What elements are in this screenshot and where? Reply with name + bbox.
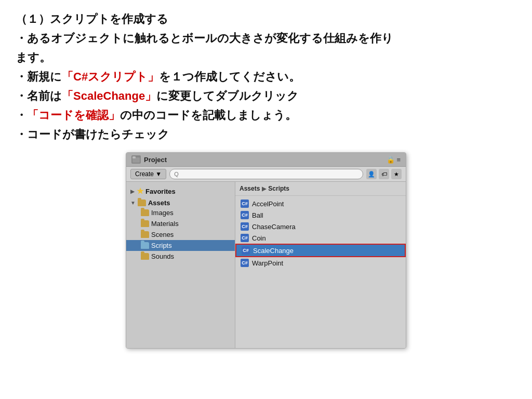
window-title: Project [144, 156, 383, 164]
cs-icon-ball: C# [241, 211, 249, 219]
line-5: ・「コードを確認」の中のコードを記載しましょう。 [16, 107, 516, 124]
line-2b: ます。 [16, 49, 516, 66]
line-1: （１）スクリプトを作成する [16, 10, 516, 28]
script-item-ball[interactable]: C# Ball [235, 209, 406, 221]
line-2: ・あるオブジェクトに触れるとボールの大きさが変化する仕組みを作り [16, 30, 516, 47]
favorites-label: Favorites [145, 188, 176, 195]
script-item-scalechange[interactable]: C# ScaleChange [235, 244, 406, 257]
script-name-accelpoint: AccelPoint [252, 200, 284, 208]
breadcrumb: Assets ▶ Scripts [235, 184, 406, 196]
project-icon [131, 155, 141, 164]
cs-icon-scalechange: C# [242, 246, 250, 255]
sidebar-item-materials[interactable]: Materials [126, 218, 235, 229]
script-name-warppoint: WarpPoint [252, 259, 283, 267]
cs-icon-accelpoint: C# [241, 200, 249, 208]
right-panel: Assets ▶ Scripts C# AccelPoint C# Ball C… [235, 182, 406, 348]
script-name-coin: Coin [252, 234, 266, 242]
left-panel: ▶ ★ Favorites ▼ Assets Images [126, 182, 235, 348]
assets-label: Assets [148, 199, 170, 207]
search-input[interactable] [169, 169, 363, 179]
star-icon: ★ [137, 187, 143, 196]
title-bar: Project 🔒 ≡ [126, 153, 406, 167]
toolbar-icons: 👤 🏷 ★ [366, 169, 402, 179]
breadcrumb-assets: Assets [240, 185, 260, 192]
script-name-chasecamera: ChaseCamera [252, 223, 296, 231]
sounds-folder-icon [141, 253, 149, 260]
assets-folder-icon [138, 200, 146, 206]
scripts-folder-icon [141, 242, 149, 249]
lock-icon[interactable]: 🔒 ≡ [387, 156, 401, 164]
page: （１）スクリプトを作成する ・あるオブジェクトに触れるとボールの大きさが変化する… [0, 0, 532, 399]
sidebar-item-images[interactable]: Images [126, 207, 235, 218]
scenes-label: Scenes [151, 231, 174, 238]
script-item-warppoint[interactable]: C# WarpPoint [235, 257, 406, 269]
star-toolbar-icon[interactable]: ★ [391, 169, 402, 179]
images-folder-icon [141, 209, 149, 216]
images-label: Images [151, 209, 174, 217]
script-name-ball: Ball [252, 211, 263, 219]
sidebar-item-sounds[interactable]: Sounds [126, 251, 235, 262]
line-4: ・名前は「ScaleChange」に変更してダブルクリック [16, 87, 516, 104]
breadcrumb-scripts: Scripts [268, 185, 289, 192]
cs-icon-coin: C# [241, 234, 249, 242]
sidebar-item-scripts[interactable]: Scripts [126, 240, 235, 251]
script-item-accelpoint[interactable]: C# AccelPoint [235, 198, 406, 209]
scenes-folder-icon [141, 231, 149, 238]
line-6: ・コードが書けたらチェック [16, 126, 516, 143]
cs-icon-warppoint: C# [241, 259, 249, 267]
favorites-row[interactable]: ▶ ★ Favorites [126, 185, 235, 197]
create-button[interactable]: Create ▼ [130, 169, 166, 179]
materials-label: Materials [151, 220, 179, 228]
script-name-scalechange: ScaleChange [253, 247, 294, 255]
svg-rect-1 [132, 156, 136, 158]
sidebar-item-scenes[interactable]: Scenes [126, 229, 235, 240]
line-3: ・新規に「C#スクリプト」を１つ作成してください。 [16, 68, 516, 85]
assets-arrow: ▼ [130, 200, 136, 206]
sounds-label: Sounds [151, 252, 174, 260]
script-item-chasecamera[interactable]: C# ChaseCamera [235, 221, 406, 232]
assets-header[interactable]: ▼ Assets [126, 197, 235, 207]
scripts-label: Scripts [151, 242, 172, 249]
cs-icon-chasecamera: C# [241, 222, 249, 231]
toolbar: Create ▼ 👤 🏷 ★ [126, 167, 406, 182]
favorites-arrow: ▶ [130, 189, 135, 194]
materials-folder-icon [141, 220, 149, 227]
unity-project-window: Project 🔒 ≡ Create ▼ 👤 🏷 ★ ▶ ★ Favorites [126, 152, 406, 349]
person-icon[interactable]: 👤 [366, 169, 377, 179]
breadcrumb-arrow: ▶ [262, 185, 266, 192]
tag-icon[interactable]: 🏷 [379, 169, 389, 179]
script-item-coin[interactable]: C# Coin [235, 232, 406, 244]
content-area: ▶ ★ Favorites ▼ Assets Images [126, 182, 406, 348]
instruction-block: （１）スクリプトを作成する ・あるオブジェクトに触れるとボールの大きさが変化する… [16, 10, 516, 143]
